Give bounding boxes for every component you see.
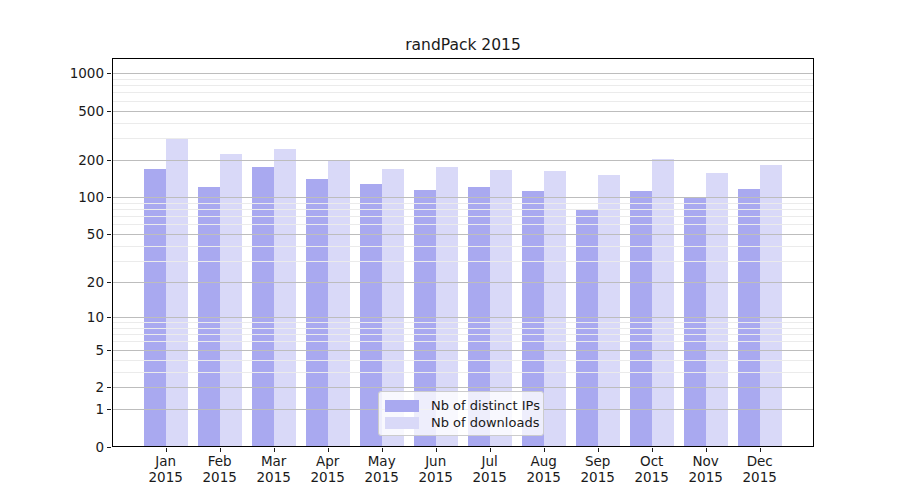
x-tick-label-dec: Dec2015 [728, 453, 792, 485]
y-tick-mark [107, 447, 111, 448]
minor-gridline [112, 216, 814, 217]
gridlines-layer [112, 58, 814, 447]
minor-gridline [112, 224, 814, 225]
chart-figure: randPack 2015 Nb of distinct IPs Nb of d… [0, 0, 900, 500]
x-tick-mark [652, 448, 653, 452]
legend: Nb of distinct IPs Nb of downloads [378, 391, 544, 436]
y-tick-label: 200 [0, 152, 104, 168]
y-tick-mark [107, 197, 111, 198]
x-tick-mark [706, 448, 707, 452]
minor-gridline [112, 334, 814, 335]
minor-gridline [112, 92, 814, 93]
minor-gridline [112, 360, 814, 361]
legend-swatch-distinct-ips [385, 400, 419, 412]
x-tick-mark [382, 448, 383, 452]
minor-gridline [112, 322, 814, 323]
legend-swatch-downloads [385, 417, 419, 429]
x-tick-mark [544, 448, 545, 452]
x-tick-mark [436, 448, 437, 452]
minor-gridline [112, 123, 814, 124]
minor-gridline [112, 261, 814, 262]
major-gridline [112, 111, 814, 112]
major-gridline [112, 282, 814, 283]
x-tick-mark [598, 448, 599, 452]
y-tick-mark [107, 350, 111, 351]
y-tick-mark [107, 111, 111, 112]
y-tick-label: 50 [0, 226, 104, 242]
y-tick-label: 5 [0, 342, 104, 358]
major-gridline [112, 234, 814, 235]
minor-gridline [112, 138, 814, 139]
major-gridline [112, 387, 814, 388]
y-tick-label: 1 [0, 401, 104, 417]
minor-gridline [112, 101, 814, 102]
major-gridline [112, 317, 814, 318]
major-gridline [112, 350, 814, 351]
y-tick-label: 20 [0, 274, 104, 290]
y-tick-label: 2 [0, 379, 104, 395]
x-tick-mark [274, 448, 275, 452]
minor-gridline [112, 341, 814, 342]
x-tick-mark [760, 448, 761, 452]
x-tick-mark [328, 448, 329, 452]
y-tick-mark [107, 282, 111, 283]
minor-gridline [112, 203, 814, 204]
legend-item-distinct-ips: Nb of distinct IPs [385, 398, 535, 413]
minor-gridline [112, 79, 814, 80]
y-tick-label: 0 [0, 439, 104, 455]
y-tick-mark [107, 387, 111, 388]
y-tick-mark [107, 234, 111, 235]
major-gridline [112, 160, 814, 161]
y-tick-mark [107, 317, 111, 318]
major-gridline [112, 197, 814, 198]
major-gridline [112, 73, 814, 74]
y-tick-label: 1000 [0, 65, 104, 81]
minor-gridline [112, 372, 814, 373]
minor-gridline [112, 328, 814, 329]
x-tick-mark [490, 448, 491, 452]
y-tick-mark [107, 409, 111, 410]
x-tick-mark [220, 448, 221, 452]
y-tick-label: 100 [0, 189, 104, 205]
legend-label-distinct-ips: Nb of distinct IPs [431, 398, 540, 413]
y-tick-mark [107, 73, 111, 74]
legend-label-downloads: Nb of downloads [431, 415, 539, 430]
y-tick-label: 500 [0, 103, 104, 119]
legend-item-downloads: Nb of downloads [385, 415, 535, 430]
minor-gridline [112, 209, 814, 210]
x-tick-year: 2015 [728, 469, 792, 485]
plot-area: Nb of distinct IPs Nb of downloads [112, 58, 814, 447]
x-tick-mark [166, 448, 167, 452]
x-tick-month: Dec [728, 453, 792, 469]
y-tick-label: 10 [0, 309, 104, 325]
minor-gridline [112, 85, 814, 86]
y-tick-mark [107, 160, 111, 161]
minor-gridline [112, 246, 814, 247]
chart-title: randPack 2015 [112, 36, 814, 54]
